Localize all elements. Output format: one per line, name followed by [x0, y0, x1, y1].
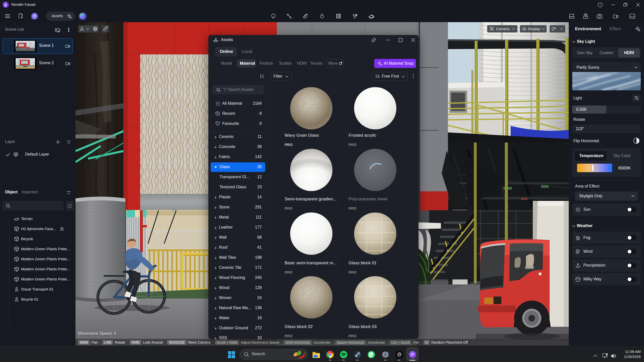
svg-text:?: ? — [599, 3, 601, 6]
svg-text:p: p — [5, 3, 7, 7]
